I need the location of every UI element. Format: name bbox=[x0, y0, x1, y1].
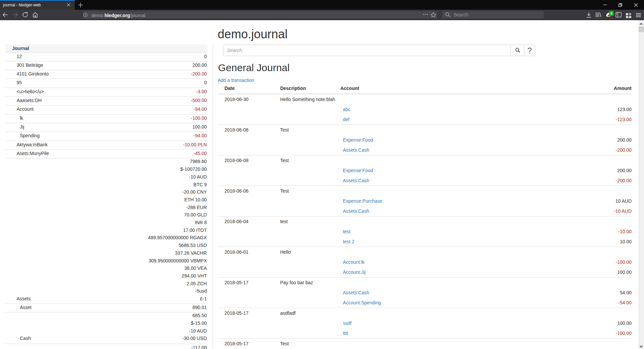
svg-text:0: 0 bbox=[610, 11, 612, 15]
